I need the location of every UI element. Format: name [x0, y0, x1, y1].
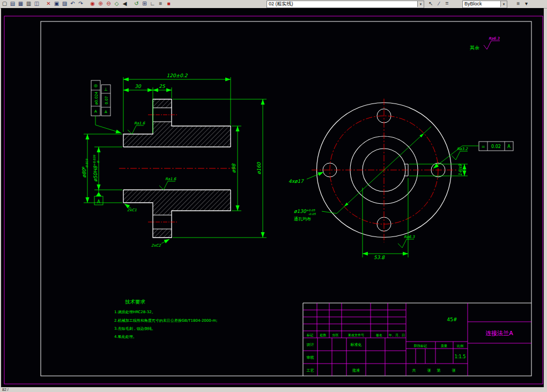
svg-text:ø50H8+0.0390: ø50H8+0.0390 [93, 155, 100, 182]
save-icon[interactable]: ▦ [17, 1, 24, 7]
tb-material: 45# [447, 317, 457, 322]
tb-sheet-zhang2: 张 [452, 368, 456, 373]
tech-line-2: 2.机械加工线性和角度尺寸的未注公差按GB/T1804-2000-m; [114, 318, 217, 323]
chamfer2-label: 2xC2 [151, 243, 161, 248]
undo-icon[interactable]: ↶ [69, 1, 76, 7]
drawing-canvas[interactable]: 120±0.2 30 25 ø160 ø98 ø800-0.019 ø50H8+… [1, 8, 544, 387]
tb-sheet-di: 第 [437, 368, 441, 373]
section-view: 120±0.2 30 25 ø160 ø98 ø800-0.019 ø50H8+… [82, 73, 267, 248]
toolbar-icon-group-3: ≡ ▾ [515, 1, 530, 7]
roughness-hub-label: Ra1.6 [134, 121, 145, 125]
roughness-keyway-label: Ra3.2 [457, 147, 468, 151]
chevron-down-icon[interactable]: ▾ [417, 1, 424, 7]
linewidth-icon[interactable]: = [443, 1, 450, 7]
section-dimension-lines [87, 79, 263, 238]
redo-icon[interactable]: ↷ [77, 1, 84, 7]
fcf-front-symbol: = [482, 144, 485, 149]
chamfer1-label: 2xC1 [127, 208, 137, 212]
title-block-grid [303, 303, 531, 376]
pan-icon[interactable]: ◇ [113, 1, 120, 7]
front-view: ø130+0.05-0.05 通孔均布 4xø17 53.8 14Js9 = 0… [289, 99, 513, 260]
grid-icon[interactable]: ⊞ [141, 1, 148, 7]
tb-header-biaoji: 标记 [306, 333, 313, 337]
toolbar-icon-group-2: ↖ ∕ = [427, 1, 450, 7]
tech-line-3: 3.去除毛刺，锐边倒钝。 [114, 327, 156, 331]
keyway-depth-dim: 53.8 [363, 178, 408, 260]
roughness-face-label: Ra6.3 [404, 235, 415, 239]
tb-header-fenqu: 分区 [332, 333, 339, 337]
zoom-in-icon[interactable]: ⊕ [97, 1, 104, 7]
roughness-bore-label: Ra1.6 [165, 177, 176, 181]
roughness-face-icon: Ra6.3 [398, 235, 415, 248]
pen-icon[interactable]: ∕ [435, 1, 442, 7]
tb-role-check: 审核 [307, 356, 314, 360]
print-icon[interactable]: ▥ [25, 1, 32, 7]
tech-line-4: 4.氧化处理。 [114, 335, 137, 339]
tb-weight-header: 质量 [441, 344, 447, 347]
dim-length-label: 120±0.2 [166, 73, 188, 78]
pick-arrow-icon[interactable]: ↖ [427, 1, 434, 7]
bcd-label: ø130+0.05-0.05 [294, 209, 316, 216]
fcf2-datum: A [105, 110, 107, 114]
status-left-text: 82 / [2, 388, 9, 391]
tb-role-design: 设计 [307, 343, 314, 347]
new-icon[interactable]: ▢ [1, 1, 8, 7]
preview-icon[interactable]: ◫ [33, 1, 40, 7]
color-icon[interactable]: ■ [165, 1, 172, 7]
list-icon[interactable]: ≡ [515, 1, 522, 7]
fcf-concentricity: ◎ ø0.024 A [91, 80, 100, 116]
tb-role-standard: 标准化 [350, 343, 362, 347]
tech-title: 技术要求 [125, 299, 146, 305]
general-note-value: Ra6.3 [489, 36, 500, 41]
zoom-out-icon[interactable]: ⊖ [105, 1, 112, 7]
section-extension-lines [84, 77, 267, 238]
tb-header-qianming: 签名 [376, 333, 382, 337]
zoom-all-icon[interactable]: ◉ [89, 1, 96, 7]
layers-icon[interactable]: ≡ [157, 1, 164, 7]
dim-d160-label: ø160 [256, 161, 262, 174]
fcf1-symbol: ◎ [94, 83, 98, 88]
datum-a-label: A [97, 199, 100, 204]
fcf1-datum: A [94, 109, 97, 114]
status-bar: 82 / [0, 387, 547, 392]
tb-scale-value: 1:1.5 [455, 354, 466, 359]
front-centerlines [312, 99, 456, 242]
fcf1-value: ø0.024 [94, 91, 99, 105]
tb-part-name: 连接法兰A [485, 330, 513, 337]
general-roughness-note: 其余 Ra6.3 [470, 36, 500, 50]
fcf2-symbol: ⊥ [104, 87, 108, 92]
linestyle-select-value: ByBlock [464, 1, 482, 7]
prev-view-icon[interactable]: ◀ [121, 1, 128, 7]
cut-icon[interactable]: ✕ [45, 1, 52, 7]
keyway-width-label: 14Js9 [458, 164, 463, 176]
dim-d80-label: ø800-0.019 [82, 159, 88, 178]
chevron-down-icon[interactable]: ▾ [500, 1, 507, 7]
tb-header-riqi: 年、月、日 [389, 333, 405, 337]
tb-role-approve: 批准 [352, 368, 360, 373]
holes-note-label: 通孔均布 [294, 216, 311, 221]
technical-requirements: 技术要求 1.调质处理HRC28-32。 2.机械加工线性和角度尺寸的未注公差按… [114, 299, 217, 339]
fcf-front-value: 0.02 [491, 144, 501, 149]
fcf-perpendicularity: ⊥ 0.07 A [101, 85, 110, 116]
tb-stage-header: 阶段标记 [414, 344, 427, 348]
menu-down-icon[interactable]: ▾ [523, 1, 530, 7]
roughness-bore-icon: Ra1.6 [159, 177, 176, 190]
layer-select[interactable]: 02 (粗实线) ▾ [267, 1, 424, 8]
dim-seg1-label: 30 [135, 84, 142, 89]
svg-text:ø800-0.019: ø800-0.019 [82, 159, 88, 178]
tech-line-1: 1.调质处理HRC28-32。 [114, 310, 156, 314]
copy-icon[interactable]: ▣ [53, 1, 60, 7]
tb-scale-header: 比例 [457, 344, 463, 348]
linestyle-select[interactable]: ByBlock ▾ [462, 1, 507, 8]
refresh-icon[interactable]: ↺ [133, 1, 140, 7]
tb-sheet-gong: 共 [412, 368, 416, 373]
roughness-hub-icon: Ra1.6 [128, 121, 145, 134]
holes-label: 4xø17 [289, 179, 304, 184]
drawing-area[interactable]: 120±0.2 30 25 ø160 ø98 ø800-0.019 ø50H8+… [1, 8, 544, 387]
fcf2-value: 0.07 [105, 96, 109, 105]
ortho-icon[interactable]: ∟ [149, 1, 156, 7]
roughness-keyway-icon: Ra3.2 [452, 147, 468, 160]
paste-icon[interactable]: ▨ [61, 1, 68, 7]
keyway-depth-label: 53.8 [374, 255, 385, 260]
open-icon[interactable]: ▤ [9, 1, 16, 7]
